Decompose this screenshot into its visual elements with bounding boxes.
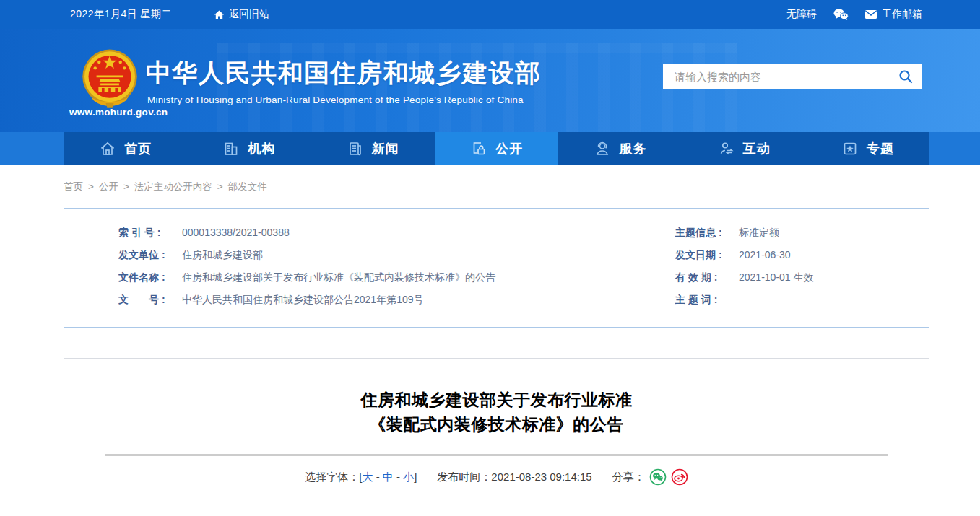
breadcrumb-separator: >	[88, 181, 94, 192]
publish-time-value: 2021-08-23 09:14:15	[491, 471, 591, 483]
service-icon	[594, 140, 611, 157]
search-input[interactable]	[673, 70, 898, 84]
meta-row-document-number: 文 号 :中华人民共和国住房和城乡建设部公告2021年第109号	[118, 293, 675, 306]
font-size-small[interactable]: 小	[403, 471, 414, 483]
nav-label: 新闻	[372, 140, 399, 157]
main-navigation: 首页 机构 新闻	[0, 132, 980, 165]
meta-row-keywords: 主 题 词 :	[675, 293, 929, 306]
font-picker-label: 选择字体：	[305, 471, 359, 483]
article-title: 住房和城乡建设部关于发布行业标准 《装配式内装修技术标准》的公告	[64, 388, 929, 437]
meta-label: 主题信息 :	[675, 226, 734, 239]
home-icon	[214, 9, 225, 20]
nav-label: 专题	[867, 140, 894, 157]
publish-time-label: 发布时间：	[437, 471, 491, 483]
nav-label: 机构	[248, 140, 275, 157]
national-emblem	[77, 46, 143, 113]
current-date: 2022年1月4日 星期二	[70, 8, 172, 21]
nav-item-news[interactable]: 新闻	[311, 132, 435, 165]
breadcrumb: 首页>公开>法定主动公开内容>部发文件	[64, 180, 980, 193]
wechat-share-icon[interactable]	[649, 468, 667, 486]
breadcrumb-home[interactable]: 首页	[64, 181, 83, 192]
search-box	[663, 64, 922, 89]
meta-label: 文件名称 :	[118, 271, 178, 284]
top-utility-bar: 2022年1月4日 星期二 返回旧站 无障碍 工作邮箱	[0, 0, 980, 29]
nav-label: 服务	[619, 140, 646, 157]
search-button[interactable]	[898, 69, 914, 84]
nav-label: 公开	[495, 140, 523, 157]
meta-value: 中华人民共和国住房和城乡建设部公告2021年第109号	[182, 294, 424, 305]
meta-row-issue-date: 发文日期 :2021-06-30	[675, 248, 929, 261]
meta-label: 有 效 期 :	[675, 271, 734, 284]
separator: -	[394, 471, 403, 483]
nav-label: 首页	[124, 140, 152, 157]
accessibility-link[interactable]: 无障碍	[786, 8, 817, 21]
breadcrumb-ministry-documents[interactable]: 部发文件	[228, 181, 267, 192]
mail-icon	[864, 9, 877, 19]
bracket: ]	[414, 471, 417, 483]
meta-column-right: 主题信息 :标准定额 发文日期 :2021-06-30 有 效 期 :2021-…	[675, 226, 929, 315]
site-url: www.mohurd.gov.cn	[69, 107, 168, 118]
special-topic-icon	[841, 140, 859, 157]
meta-value: 2021-06-30	[739, 249, 791, 261]
work-mailbox-label: 工作邮箱	[882, 8, 922, 21]
meta-row-document-title: 文件名称 :住房和城乡建设部关于发布行业标准《装配式内装修技术标准》的公告	[118, 271, 675, 284]
font-size-medium[interactable]: 中	[383, 471, 394, 483]
separator: -	[373, 471, 383, 483]
share-bar: 分享：	[612, 468, 688, 486]
article-title-line2: 《装配式内装修技术标准》的公告	[64, 412, 929, 437]
nav-item-disclosure[interactable]: 公开	[435, 132, 558, 165]
font-size-large[interactable]: 大	[363, 471, 373, 483]
search-icon	[898, 69, 914, 84]
title-divider	[105, 454, 888, 456]
publish-time: 发布时间：2021-08-23 09:14:15	[437, 471, 591, 484]
meta-label: 发文单位 :	[118, 248, 178, 261]
organization-icon	[222, 140, 240, 157]
meta-value: 2021-10-01 生效	[739, 271, 814, 283]
accessibility-label: 无障碍	[786, 8, 817, 21]
nav-label: 互动	[743, 140, 771, 157]
meta-label: 索 引 号 :	[118, 226, 178, 239]
meta-row-topic-info: 主题信息 :标准定额	[675, 226, 929, 239]
meta-label: 文 号 :	[118, 293, 178, 306]
nav-item-interaction[interactable]: 互动	[682, 132, 805, 165]
back-to-old-site-link[interactable]: 返回旧站	[214, 8, 269, 21]
masthead: www.mohurd.gov.cn 中华人民共和国住房和城乡建设部 Minist…	[0, 29, 980, 132]
weibo-share-icon[interactable]	[671, 468, 688, 486]
nav-item-home[interactable]: 首页	[64, 132, 187, 165]
wechat-icon[interactable]	[833, 8, 849, 21]
meta-value: 住房和城乡建设部	[182, 249, 263, 261]
meta-row-effective-date: 有 效 期 :2021-10-01 生效	[675, 271, 929, 284]
meta-row-index-number: 索 引 号 :000013338/2021-00388	[118, 226, 675, 239]
article-meta-bar: 选择字体：[大 - 中 - 小] 发布时间：2021-08-23 09:14:1…	[64, 468, 929, 486]
meta-value: 000013338/2021-00388	[182, 227, 290, 238]
breadcrumb-disclosure[interactable]: 公开	[99, 181, 118, 192]
document-meta-box: 索 引 号 :000013338/2021-00388 发文单位 :住房和城乡建…	[64, 208, 929, 328]
back-to-old-site-label: 返回旧站	[229, 8, 269, 21]
meta-label: 发文日期 :	[675, 248, 734, 261]
meta-value: 住房和城乡建设部关于发布行业标准《装配式内装修技术标准》的公告	[182, 271, 495, 283]
article-title-line1: 住房和城乡建设部关于发布行业标准	[64, 388, 929, 412]
interaction-icon	[718, 140, 735, 157]
nav-item-service[interactable]: 服务	[558, 132, 682, 165]
news-icon	[347, 140, 364, 157]
site-title: 中华人民共和国住房和城乡建设部	[146, 56, 542, 90]
nav-item-special-topic[interactable]: 专题	[806, 132, 929, 165]
meta-value: 标准定额	[739, 227, 779, 238]
breadcrumb-separator: >	[123, 181, 129, 192]
article-box: 住房和城乡建设部关于发布行业标准 《装配式内装修技术标准》的公告 选择字体：[大…	[64, 358, 929, 516]
meta-label: 主 题 词 :	[675, 293, 734, 306]
home-icon	[99, 140, 116, 157]
share-label: 分享：	[612, 471, 645, 484]
meta-column-left: 索 引 号 :000013338/2021-00388 发文单位 :住房和城乡建…	[64, 226, 675, 315]
meta-row-issuing-unit: 发文单位 :住房和城乡建设部	[118, 248, 675, 261]
breadcrumb-separator: >	[217, 181, 223, 192]
font-size-picker: 选择字体：[大 - 中 - 小]	[305, 471, 417, 484]
disclosure-icon	[470, 140, 487, 157]
breadcrumb-statutory-content[interactable]: 法定主动公开内容	[134, 181, 212, 192]
work-mailbox-link[interactable]: 工作邮箱	[864, 8, 922, 21]
site-subtitle-english: Ministry of Housing and Urban-Rural Deve…	[147, 95, 524, 105]
nav-item-organization[interactable]: 机构	[187, 132, 311, 165]
